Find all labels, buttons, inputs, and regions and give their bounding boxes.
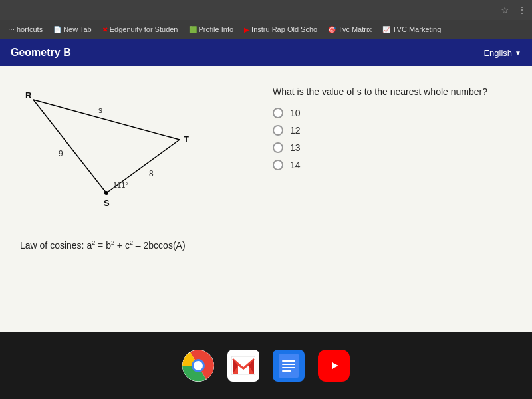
shortcuts-icon: ⋯ — [8, 26, 15, 33]
svg-line-1 — [33, 100, 106, 193]
bookmark-edgenuity-label: Edgenuity for Studen — [110, 25, 178, 33]
triangle-diagram: R T S s 9 8 111° — [20, 80, 206, 226]
chrome-svg — [182, 350, 214, 382]
vertex-t-label: T — [184, 134, 189, 144]
bookmark-edgenuity[interactable]: ✖ Edgenuity for Studen — [98, 24, 182, 35]
side-8-label: 8 — [149, 169, 154, 178]
browser-top-bar: ☆ ⋮ — [0, 0, 532, 20]
tvcmatrix-icon: 🎯 — [328, 26, 336, 33]
option-10[interactable]: 10 — [273, 108, 512, 118]
docs-taskbar-icon[interactable] — [273, 350, 305, 382]
side-s-label: s — [98, 106, 102, 115]
gmail-svg — [231, 356, 255, 375]
question-text: What is the value of s to the nearest wh… — [273, 86, 512, 97]
vertex-r-label: R — [25, 90, 32, 100]
bookmark-newtab-label: New Tab — [63, 25, 92, 33]
svg-line-0 — [33, 100, 180, 140]
options-list: 10 12 13 14 — [273, 108, 512, 170]
bookmark-newtab[interactable]: 📄 New Tab — [49, 24, 96, 35]
bookmark-instru[interactable]: ▶ Instru Rap Old Scho — [240, 24, 321, 35]
language-label: English — [483, 48, 512, 58]
app-header: Geometry B English ▼ — [0, 39, 532, 66]
svg-rect-8 — [279, 354, 299, 378]
chevron-down-icon: ▼ — [515, 49, 521, 57]
side-9-label: 9 — [59, 149, 63, 158]
radio-12[interactable] — [273, 125, 283, 136]
docs-svg — [279, 354, 299, 378]
newtab-icon: 📄 — [53, 26, 61, 33]
svg-point-6 — [194, 361, 203, 370]
radio-10[interactable] — [273, 108, 283, 118]
instru-icon: ▶ — [244, 26, 249, 33]
svg-rect-12 — [282, 370, 291, 372]
option-12-label: 12 — [290, 125, 301, 136]
svg-point-3 — [104, 191, 108, 195]
profile-icon: 🟩 — [189, 26, 197, 33]
option-13-label: 13 — [290, 142, 301, 153]
browser-chrome: ☆ ⋮ ⋯ hortcuts 📄 New Tab ✖ Edgenuity for… — [0, 0, 532, 39]
bookmark-shortcuts[interactable]: ⋯ hortcuts — [4, 24, 47, 35]
edgenuity-icon: ✖ — [102, 26, 108, 33]
gmail-taskbar-icon[interactable] — [227, 350, 259, 382]
svg-rect-9 — [282, 360, 295, 362]
option-14-label: 14 — [290, 160, 301, 170]
option-10-label: 10 — [290, 108, 301, 118]
main-content: R T S s 9 8 111° Law of cosines: a2 = b2… — [0, 66, 532, 332]
star-icon[interactable]: ☆ — [501, 5, 509, 15]
bookmark-tvcmarketing[interactable]: 📈 TVC Marketing — [378, 24, 445, 35]
svg-rect-10 — [282, 364, 295, 365]
youtube-svg — [324, 358, 344, 373]
menu-icon[interactable]: ⋮ — [517, 5, 527, 15]
right-panel: What is the value of s to the nearest wh… — [273, 80, 512, 319]
formula-section: Law of cosines: a2 = b2 + c2 – 2bccos(A) — [20, 239, 259, 251]
app-title: Geometry B — [11, 47, 71, 59]
radio-14[interactable] — [273, 160, 283, 170]
angle-label: 111° — [113, 181, 128, 189]
triangle-svg: R T S s 9 8 111° — [20, 80, 206, 226]
taskbar — [0, 332, 532, 399]
formula-expression: a2 = b2 + c2 – 2bccos(A) — [86, 240, 185, 251]
option-12[interactable]: 12 — [273, 125, 512, 136]
bookmark-profile[interactable]: 🟩 Profile Info — [185, 24, 238, 35]
bookmark-instru-label: Instru Rap Old Scho — [251, 25, 317, 33]
bookmark-shortcuts-label: hortcuts — [17, 25, 43, 33]
bookmark-tvcmatrix[interactable]: 🎯 Tvc Matrix — [324, 24, 376, 35]
chrome-taskbar-icon[interactable] — [182, 350, 214, 382]
bookmarks-bar: ⋯ hortcuts 📄 New Tab ✖ Edgenuity for Stu… — [0, 20, 532, 39]
tvcmarketing-icon: 📈 — [382, 26, 390, 33]
formula-label: Law of cosines: — [20, 240, 84, 251]
radio-13[interactable] — [273, 142, 283, 153]
option-14[interactable]: 14 — [273, 160, 512, 170]
svg-rect-11 — [282, 367, 295, 368]
bookmark-tvcmatrix-label: Tvc Matrix — [338, 25, 372, 33]
bookmark-tvcmarketing-label: TVC Marketing — [392, 25, 441, 33]
language-selector[interactable]: English ▼ — [483, 48, 521, 58]
left-panel: R T S s 9 8 111° Law of cosines: a2 = b2… — [20, 80, 259, 319]
youtube-taskbar-icon[interactable] — [318, 350, 350, 382]
vertex-s-label: S — [104, 198, 110, 208]
bookmark-profile-label: Profile Info — [199, 25, 234, 33]
option-13[interactable]: 13 — [273, 142, 512, 153]
